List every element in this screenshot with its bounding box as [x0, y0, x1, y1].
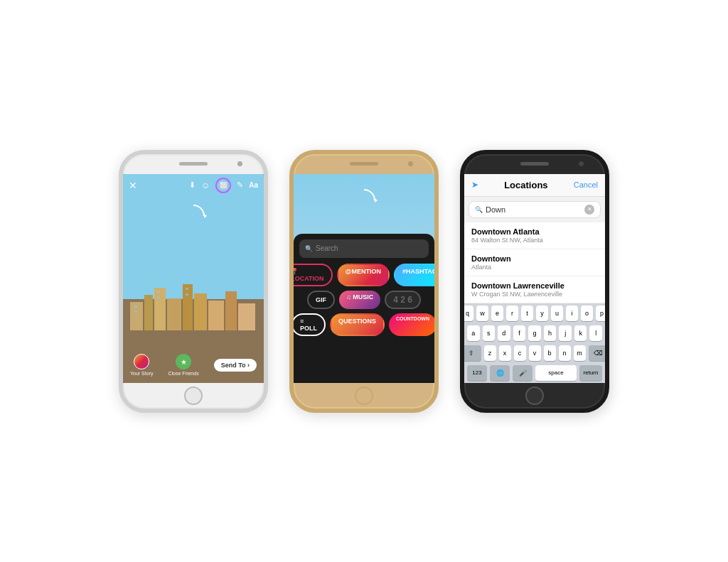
sticker-row-1: 📍 LOCATION @MENTION #HASHTAG — [294, 264, 434, 286]
location-name: Downtown Atlanta — [471, 227, 598, 236]
list-item[interactable]: Downtown Lawrenceville W Crogan St NW, L… — [464, 276, 605, 303]
mention-sticker-btn[interactable]: @MENTION — [337, 264, 390, 286]
gif-label: GIF — [316, 296, 326, 303]
sticker-screen: 🔍 Search 📍 LOCATION @MENTION #HASHTAG GI… — [294, 174, 434, 383]
close-icon[interactable]: ✕ — [129, 180, 137, 191]
phone-2-screen: 🔍 Search 📍 LOCATION @MENTION #HASHTAG GI… — [294, 174, 434, 383]
svg-rect-13 — [157, 296, 160, 298]
key-o[interactable]: o — [581, 306, 593, 321]
close-friends-label: Close Friends — [168, 371, 198, 376]
sticker-search-icon: 🔍 — [305, 245, 313, 252]
list-item[interactable]: Downtown Atlanta 84 Walton St NW, Atlant… — [464, 222, 605, 249]
phone-2-top-bar — [294, 154, 434, 174]
key-s[interactable]: s — [483, 325, 496, 341]
key-shift[interactable]: ⇧ — [464, 345, 481, 361]
key-n[interactable]: n — [559, 345, 571, 361]
skyline-svg — [123, 281, 264, 352]
your-story-group[interactable]: Your Story — [130, 354, 153, 376]
location-title: Locations — [504, 180, 547, 190]
key-c[interactable]: c — [514, 345, 526, 361]
phone-1-speaker — [179, 162, 208, 166]
send-to-button[interactable]: Send To › — [214, 359, 257, 372]
key-q[interactable]: q — [464, 306, 473, 321]
phone-3-screen: ➤ Locations Cancel 🔍 Down ✕ Downtown Atl… — [464, 174, 605, 383]
svg-marker-16 — [204, 214, 207, 218]
key-h[interactable]: h — [544, 325, 557, 341]
key-f[interactable]: f — [513, 325, 526, 341]
countdown-numbers-btn[interactable]: 4 2 6 — [385, 291, 421, 309]
key-g[interactable]: g — [528, 325, 541, 341]
hashtag-sticker-btn[interactable]: #HASHTAG — [394, 264, 434, 286]
key-l[interactable]: l — [589, 325, 602, 341]
gif-sticker-btn[interactable]: GIF — [307, 291, 335, 309]
location-name: Downtown — [471, 254, 598, 263]
download-icon[interactable]: ⬇ — [189, 180, 196, 190]
svg-rect-11 — [134, 310, 137, 313]
location-screen: ➤ Locations Cancel 🔍 Down ✕ Downtown Atl… — [464, 174, 605, 383]
svg-rect-14 — [186, 288, 188, 290]
key-u[interactable]: u — [551, 306, 563, 321]
questions-sticker-btn[interactable]: QUESTIONS — [330, 313, 385, 336]
list-item[interactable]: Downtown Atlanta — [464, 249, 605, 276]
svg-rect-7 — [208, 301, 224, 330]
key-e[interactable]: e — [491, 306, 503, 321]
emoji-icon[interactable]: ☺ — [201, 180, 210, 190]
key-j[interactable]: j — [559, 325, 572, 341]
sticker-overlay-panel: 🔍 Search 📍 LOCATION @MENTION #HASHTAG GI… — [294, 234, 434, 383]
phone-1-home-button[interactable] — [184, 387, 203, 405]
keyboard-row-1: q w e r t y u i o p — [464, 303, 605, 323]
key-123[interactable]: 123 — [467, 365, 487, 381]
key-r[interactable]: r — [506, 306, 518, 321]
location-address: Atlanta — [471, 264, 598, 271]
key-mic[interactable]: 🎤 — [513, 365, 532, 381]
sticker-row-3: ≡ POLL QUESTIONS COUNTDOWN — [294, 313, 434, 336]
key-t[interactable]: t — [521, 306, 533, 321]
story-screen: ✕ ⬇ ☺ ⬜ ✎ Aa Your Story — [123, 174, 264, 383]
close-friends-icon: ★ — [176, 354, 191, 369]
phone-3-home-button[interactable] — [525, 387, 544, 405]
location-sticker-btn[interactable]: 📍 LOCATION — [294, 264, 333, 286]
key-w[interactable]: w — [476, 306, 488, 321]
close-friends-group[interactable]: ★ Close Friends — [168, 354, 198, 376]
location-search-bar[interactable]: 🔍 Down ✕ — [469, 201, 601, 218]
phone-3-camera — [579, 161, 584, 166]
svg-rect-5 — [183, 284, 193, 330]
music-sticker-btn[interactable]: ♫ MUSIC — [339, 291, 380, 309]
key-i[interactable]: i — [566, 306, 578, 321]
story-toolbar: ✕ ⬇ ☺ ⬜ ✎ Aa — [123, 174, 264, 197]
phone-2-home-button[interactable] — [355, 387, 373, 405]
key-backspace[interactable]: ⌫ — [589, 345, 606, 361]
sticker-arrow-hint — [176, 198, 211, 234]
key-return[interactable]: return — [579, 365, 602, 381]
cancel-button[interactable]: Cancel — [574, 180, 598, 189]
key-a[interactable]: a — [467, 325, 480, 341]
key-space[interactable]: space — [535, 365, 577, 381]
key-v[interactable]: v — [529, 345, 541, 361]
keyboard-row-2: a s d f g h j k l — [464, 323, 605, 343]
phone-3-speaker — [520, 162, 549, 166]
key-x[interactable]: x — [499, 345, 511, 361]
phone-3-top-bar — [464, 154, 605, 174]
curved-arrow — [346, 183, 382, 218]
key-k[interactable]: k — [574, 325, 587, 341]
sticker-search-bar[interactable]: 🔍 Search — [299, 239, 429, 258]
draw-icon[interactable]: ✎ — [237, 180, 243, 190]
sticker-icon[interactable]: ⬜ — [215, 178, 231, 193]
svg-rect-2 — [144, 295, 153, 330]
key-b[interactable]: b — [544, 345, 556, 361]
clear-search-button[interactable]: ✕ — [584, 205, 594, 215]
location-header: ➤ Locations Cancel — [464, 174, 605, 197]
key-p[interactable]: p — [596, 306, 605, 321]
navigation-arrow-icon: ➤ — [471, 180, 478, 190]
poll-sticker-btn[interactable]: ≡ POLL — [294, 313, 326, 336]
key-d[interactable]: d — [498, 325, 510, 341]
key-y[interactable]: y — [536, 306, 548, 321]
search-input[interactable]: Down — [486, 205, 582, 214]
text-icon[interactable]: Aa — [249, 181, 258, 189]
key-m[interactable]: m — [574, 345, 586, 361]
countdown-sticker-btn[interactable]: COUNTDOWN — [389, 313, 434, 336]
key-z[interactable]: z — [484, 345, 496, 361]
phone-1-story-editor: ✕ ⬇ ☺ ⬜ ✎ Aa Your Story — [119, 150, 268, 413]
svg-rect-3 — [154, 288, 166, 330]
key-emoji[interactable]: 🌐 — [490, 365, 510, 381]
